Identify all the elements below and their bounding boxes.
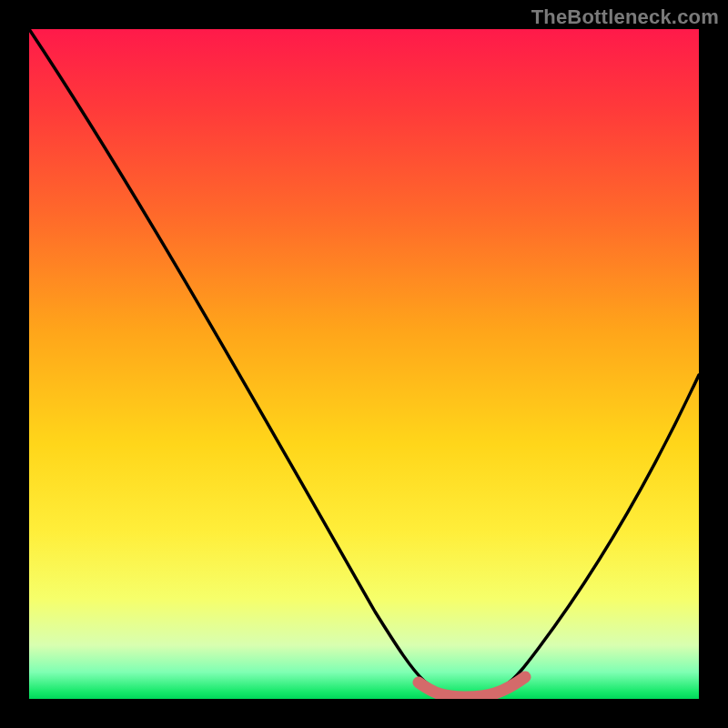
chart-frame: TheBottleneck.com	[0, 0, 728, 728]
bottleneck-curve	[29, 29, 699, 695]
watermark-text: TheBottleneck.com	[531, 5, 719, 29]
valley-highlight	[419, 677, 525, 697]
plot-area	[29, 29, 699, 699]
curve-layer	[29, 29, 699, 699]
